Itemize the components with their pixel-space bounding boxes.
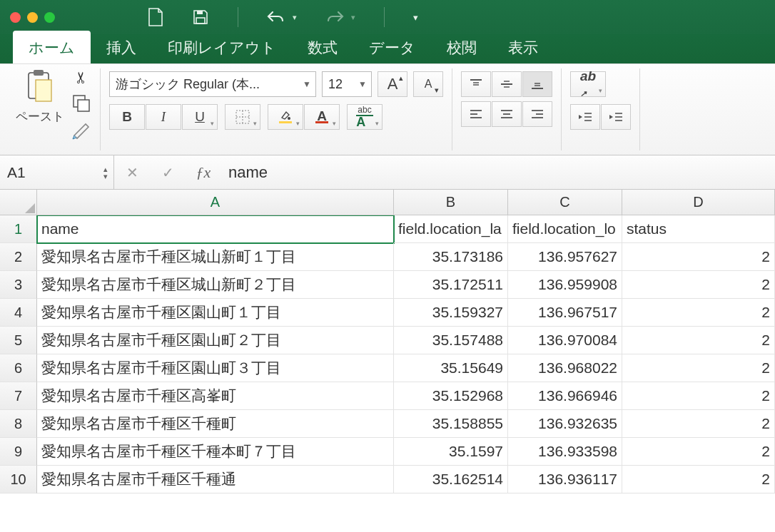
insert-function-button[interactable]: ƒx: [186, 163, 221, 182]
cell[interactable]: 136.968022: [508, 354, 622, 382]
row-header-6[interactable]: 6: [0, 354, 37, 382]
decrease-indent-button[interactable]: [570, 104, 600, 130]
tab-review[interactable]: 校閲: [431, 31, 492, 63]
align-middle-button[interactable]: [492, 71, 522, 97]
cell[interactable]: 愛知県名古屋市千種区園山町１丁目: [37, 299, 394, 327]
column-header-C[interactable]: C: [508, 190, 622, 215]
align-bottom-button[interactable]: [522, 71, 552, 97]
cell[interactable]: 2: [622, 354, 775, 382]
cell[interactable]: 2: [622, 271, 775, 299]
cell[interactable]: 35.15649: [394, 354, 508, 382]
minimize-window-button[interactable]: [27, 12, 38, 23]
cell[interactable]: 136.936117: [508, 466, 622, 493]
orientation-button[interactable]: ab↗▾: [570, 71, 606, 97]
tab-data[interactable]: データ: [353, 31, 431, 63]
redo-button[interactable]: ▾: [325, 10, 355, 24]
new-file-icon[interactable]: [148, 8, 163, 26]
paste-button[interactable]: ペースト: [16, 68, 64, 125]
cell[interactable]: 愛知県名古屋市千種区千種本町７丁目: [37, 438, 394, 466]
cut-button[interactable]: ✂: [72, 71, 91, 84]
borders-button[interactable]: ▾: [225, 104, 260, 130]
copy-button[interactable]: [72, 94, 91, 113]
cell[interactable]: 136.970084: [508, 327, 622, 354]
cell[interactable]: 35.173186: [394, 243, 508, 271]
cell[interactable]: 136.932635: [508, 410, 622, 438]
cell[interactable]: 2: [622, 410, 775, 438]
format-painter-button[interactable]: [71, 120, 91, 140]
tab-home[interactable]: ホーム: [13, 31, 91, 63]
close-window-button[interactable]: [10, 12, 21, 23]
cell[interactable]: 2: [622, 382, 775, 410]
row-header-4[interactable]: 4: [0, 299, 37, 327]
cell[interactable]: 2: [622, 466, 775, 493]
column-header-D[interactable]: D: [622, 190, 775, 215]
cell[interactable]: 愛知県名古屋市千種区千種町: [37, 410, 394, 438]
cell[interactable]: 35.172511: [394, 271, 508, 299]
cell[interactable]: 2: [622, 243, 775, 271]
cell[interactable]: 愛知県名古屋市千種区千種通: [37, 466, 394, 493]
cell[interactable]: 136.966946: [508, 382, 622, 410]
increase-font-button[interactable]: A▴: [378, 71, 407, 97]
clipboard-group: ペースト ✂: [7, 68, 101, 150]
row-header-10[interactable]: 10: [0, 466, 37, 493]
cell[interactable]: 2: [622, 438, 775, 466]
cell[interactable]: 愛知県名古屋市千種区高峯町: [37, 382, 394, 410]
save-icon[interactable]: [192, 9, 209, 26]
cell[interactable]: 2: [622, 299, 775, 327]
cell[interactable]: 35.159327: [394, 299, 508, 327]
enter-formula-button[interactable]: ✓: [150, 164, 186, 181]
bold-button[interactable]: B: [109, 104, 145, 130]
decrease-font-button[interactable]: A▾: [413, 71, 443, 97]
formula-input[interactable]: name: [221, 163, 775, 182]
cell[interactable]: 35.152968: [394, 382, 508, 410]
tab-page-layout[interactable]: 印刷レイアウト: [152, 31, 292, 63]
row-header-2[interactable]: 2: [0, 243, 37, 271]
row-header-3[interactable]: 3: [0, 271, 37, 299]
phonetic-guide-button[interactable]: abcA▾: [347, 104, 383, 130]
cell[interactable]: 136.933598: [508, 438, 622, 466]
cancel-formula-button[interactable]: ✕: [114, 164, 150, 181]
zoom-window-button[interactable]: [44, 12, 55, 23]
align-left-button[interactable]: [461, 101, 491, 127]
cell[interactable]: 35.1597: [394, 438, 508, 466]
increase-indent-button[interactable]: [601, 104, 631, 130]
column-header-A[interactable]: A: [37, 190, 394, 215]
cell-C1[interactable]: field.location_lo: [508, 215, 622, 243]
tab-insert[interactable]: 挿入: [91, 31, 152, 63]
cell[interactable]: 35.158855: [394, 410, 508, 438]
select-all-corner[interactable]: [0, 190, 37, 215]
cell[interactable]: 愛知県名古屋市千種区城山新町１丁目: [37, 243, 394, 271]
font-size-select[interactable]: 12▼: [322, 71, 372, 97]
row-header-9[interactable]: 9: [0, 438, 37, 466]
fill-color-button[interactable]: ▾: [268, 104, 303, 130]
row-header-1[interactable]: 1: [0, 215, 37, 243]
column-header-B[interactable]: B: [394, 190, 508, 215]
cell[interactable]: 2: [622, 327, 775, 354]
underline-button[interactable]: U▾: [182, 104, 218, 130]
font-name-select[interactable]: 游ゴシック Regular (本...▼: [109, 71, 316, 97]
italic-button[interactable]: I: [146, 104, 181, 130]
tab-view[interactable]: 表示: [492, 31, 554, 63]
cell-B1[interactable]: field.location_la: [394, 215, 508, 243]
name-box[interactable]: A1 ▴▾: [0, 155, 114, 190]
cell[interactable]: 愛知県名古屋市千種区城山新町２丁目: [37, 271, 394, 299]
cell[interactable]: 136.957627: [508, 243, 622, 271]
cell[interactable]: 愛知県名古屋市千種区園山町３丁目: [37, 354, 394, 382]
cell[interactable]: 136.967517: [508, 299, 622, 327]
cell[interactable]: 35.157488: [394, 327, 508, 354]
font-color-button[interactable]: A▾: [304, 104, 340, 130]
row-header-7[interactable]: 7: [0, 382, 37, 410]
align-center-button[interactable]: [492, 101, 522, 127]
undo-button[interactable]: ▾: [267, 10, 297, 24]
row-header-5[interactable]: 5: [0, 327, 37, 354]
cell[interactable]: 35.162514: [394, 466, 508, 493]
tab-formulas[interactable]: 数式: [292, 31, 353, 63]
align-top-button[interactable]: [461, 71, 491, 97]
cell[interactable]: 136.959908: [508, 271, 622, 299]
align-right-button[interactable]: [522, 101, 552, 127]
customize-qat-button[interactable]: ▾: [413, 12, 418, 23]
cell-D1[interactable]: status: [622, 215, 775, 243]
cell-A1[interactable]: name: [37, 215, 394, 243]
cell[interactable]: 愛知県名古屋市千種区園山町２丁目: [37, 327, 394, 354]
row-header-8[interactable]: 8: [0, 410, 37, 438]
